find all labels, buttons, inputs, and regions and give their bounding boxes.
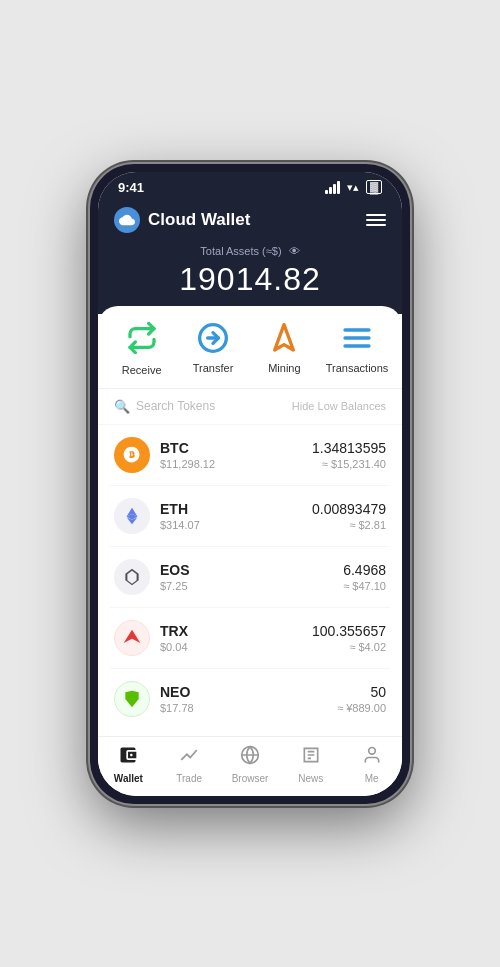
trade-nav-label: Trade bbox=[176, 773, 202, 784]
neo-amount: 50 bbox=[337, 684, 386, 700]
transfer-icon bbox=[197, 322, 229, 358]
total-assets-value: 19014.82 bbox=[114, 261, 386, 298]
trx-balance: 100.355657 ≈ $4.02 bbox=[312, 623, 386, 653]
receive-button[interactable]: Receive bbox=[112, 322, 172, 376]
app-header: Cloud Wallet Total Assets (≈$) 👁 19014.8… bbox=[98, 199, 402, 314]
eth-amount: 0.00893479 bbox=[312, 501, 386, 517]
total-assets-label: Total Assets (≈$) 👁 bbox=[114, 245, 386, 257]
transactions-button[interactable]: Transactions bbox=[326, 322, 389, 376]
eos-price: $7.25 bbox=[160, 580, 343, 592]
nav-news[interactable]: News bbox=[286, 745, 336, 784]
svg-point-19 bbox=[368, 747, 375, 754]
eth-info: ETH $314.07 bbox=[160, 501, 312, 531]
token-item-neo[interactable]: NEO $17.78 50 ≈ ¥889.00 bbox=[110, 669, 390, 729]
wifi-icon: ▾▴ bbox=[347, 181, 359, 194]
mining-label: Mining bbox=[268, 362, 300, 374]
hide-low-balances[interactable]: Hide Low Balances bbox=[292, 400, 386, 412]
svg-marker-13 bbox=[125, 690, 138, 707]
nav-trade[interactable]: Trade bbox=[164, 745, 214, 784]
receive-label: Receive bbox=[122, 364, 162, 376]
eos-balance: 6.4968 ≈ $47.10 bbox=[343, 562, 386, 592]
transactions-label: Transactions bbox=[326, 362, 389, 374]
browser-nav-icon bbox=[240, 745, 260, 770]
neo-usd: ≈ ¥889.00 bbox=[337, 702, 386, 714]
main-content: Receive Transfer bbox=[98, 306, 402, 736]
trx-symbol: TRX bbox=[160, 623, 312, 639]
mining-button[interactable]: Mining bbox=[254, 322, 314, 376]
eos-logo bbox=[114, 559, 150, 595]
eth-symbol: ETH bbox=[160, 501, 312, 517]
svg-marker-12 bbox=[124, 629, 141, 642]
btc-info: BTC $11,298.12 bbox=[160, 440, 312, 470]
header-top: Cloud Wallet bbox=[114, 207, 386, 233]
search-row: 🔍 Search Tokens Hide Low Balances bbox=[98, 389, 402, 425]
me-nav-icon bbox=[362, 745, 382, 770]
me-nav-label: Me bbox=[365, 773, 379, 784]
bottom-nav: Wallet Trade Browser bbox=[98, 736, 402, 796]
trade-nav-icon bbox=[179, 745, 199, 770]
token-item-eth[interactable]: ETH $314.07 0.00893479 ≈ $2.81 bbox=[110, 486, 390, 547]
status-icons: ▾▴ ▓ bbox=[325, 180, 382, 194]
neo-info: NEO $17.78 bbox=[160, 684, 337, 714]
wallet-nav-icon bbox=[118, 745, 138, 770]
phone-frame: 9:41 ▾▴ ▓ bbox=[90, 164, 410, 804]
token-item-eos[interactable]: EOS $7.25 6.4968 ≈ $47.10 bbox=[110, 547, 390, 608]
app-logo-icon bbox=[114, 207, 140, 233]
eos-usd: ≈ $47.10 bbox=[343, 580, 386, 592]
token-item-btc[interactable]: BTC $11,298.12 1.34813595 ≈ $15,231.40 bbox=[110, 425, 390, 486]
transfer-button[interactable]: Transfer bbox=[183, 322, 243, 376]
trx-price: $0.04 bbox=[160, 641, 312, 653]
status-time: 9:41 bbox=[118, 180, 144, 195]
search-icon: 🔍 bbox=[114, 399, 130, 414]
search-placeholder: Search Tokens bbox=[136, 399, 215, 413]
btc-usd: ≈ $15,231.40 bbox=[312, 458, 386, 470]
neo-logo bbox=[114, 681, 150, 717]
receive-icon bbox=[126, 322, 158, 360]
btc-amount: 1.34813595 bbox=[312, 440, 386, 456]
status-bar: 9:41 ▾▴ ▓ bbox=[98, 172, 402, 199]
nav-browser[interactable]: Browser bbox=[225, 745, 275, 784]
app-title-row: Cloud Wallet bbox=[114, 207, 250, 233]
trx-info: TRX $0.04 bbox=[160, 623, 312, 653]
neo-balance: 50 ≈ ¥889.00 bbox=[337, 684, 386, 714]
eth-logo bbox=[114, 498, 150, 534]
btc-symbol: BTC bbox=[160, 440, 312, 456]
mining-icon bbox=[268, 322, 300, 358]
browser-nav-label: Browser bbox=[232, 773, 269, 784]
token-item-trx[interactable]: TRX $0.04 100.355657 ≈ $4.02 bbox=[110, 608, 390, 669]
trx-amount: 100.355657 bbox=[312, 623, 386, 639]
eos-info: EOS $7.25 bbox=[160, 562, 343, 592]
app-title: Cloud Wallet bbox=[148, 210, 250, 230]
battery-icon: ▓ bbox=[366, 180, 382, 194]
neo-price: $17.78 bbox=[160, 702, 337, 714]
eth-price: $314.07 bbox=[160, 519, 312, 531]
nav-me[interactable]: Me bbox=[347, 745, 397, 784]
eye-icon[interactable]: 👁 bbox=[289, 245, 300, 257]
menu-button[interactable] bbox=[366, 214, 386, 226]
neo-symbol: NEO bbox=[160, 684, 337, 700]
eos-symbol: EOS bbox=[160, 562, 343, 578]
trx-usd: ≈ $4.02 bbox=[312, 641, 386, 653]
svg-marker-2 bbox=[275, 324, 294, 349]
wallet-nav-label: Wallet bbox=[114, 773, 143, 784]
btc-balance: 1.34813595 ≈ $15,231.40 bbox=[312, 440, 386, 470]
trx-logo bbox=[114, 620, 150, 656]
btc-price: $11,298.12 bbox=[160, 458, 312, 470]
btc-logo bbox=[114, 437, 150, 473]
signal-icon bbox=[325, 181, 340, 194]
action-bar: Receive Transfer bbox=[98, 306, 402, 389]
eth-usd: ≈ $2.81 bbox=[312, 519, 386, 531]
nav-wallet[interactable]: Wallet bbox=[103, 745, 153, 784]
eth-balance: 0.00893479 ≈ $2.81 bbox=[312, 501, 386, 531]
news-nav-label: News bbox=[298, 773, 323, 784]
search-left: 🔍 Search Tokens bbox=[114, 399, 215, 414]
news-nav-icon bbox=[301, 745, 321, 770]
token-list: BTC $11,298.12 1.34813595 ≈ $15,231.40 bbox=[98, 425, 402, 729]
transactions-icon bbox=[341, 322, 373, 358]
eos-amount: 6.4968 bbox=[343, 562, 386, 578]
phone-screen: 9:41 ▾▴ ▓ bbox=[98, 172, 402, 796]
transfer-label: Transfer bbox=[193, 362, 234, 374]
